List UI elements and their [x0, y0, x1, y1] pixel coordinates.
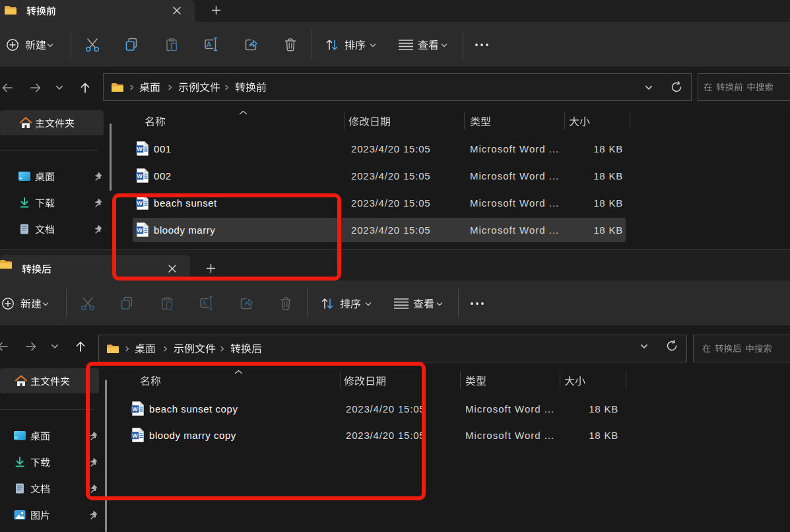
svg-text:A: A: [202, 299, 207, 307]
svg-text:W: W: [137, 173, 143, 180]
svg-text:W: W: [137, 146, 143, 152]
svg-text:A: A: [207, 40, 211, 48]
